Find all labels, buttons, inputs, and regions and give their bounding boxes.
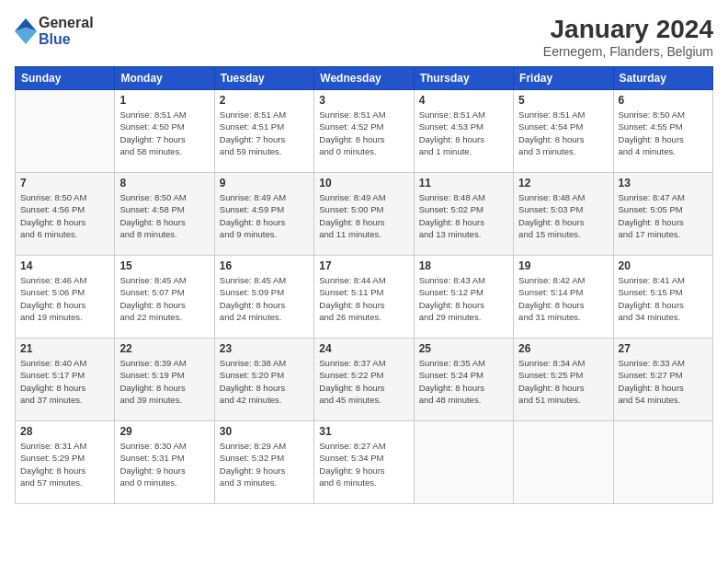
day-number: 18: [419, 259, 508, 272]
day-number: 8: [119, 177, 209, 190]
day-info: Sunrise: 8:51 AM Sunset: 4:53 PM Dayligh…: [419, 109, 508, 157]
calendar-week-row: 7Sunrise: 8:50 AM Sunset: 4:56 PM Daylig…: [16, 173, 713, 256]
table-row: 29Sunrise: 8:30 AM Sunset: 5:31 PM Dayli…: [115, 421, 214, 504]
day-info: Sunrise: 8:44 AM Sunset: 5:11 PM Dayligh…: [319, 274, 408, 323]
day-number: 20: [619, 259, 708, 272]
day-info: Sunrise: 8:29 AM Sunset: 5:32 PM Dayligh…: [220, 440, 309, 488]
table-row: 15Sunrise: 8:45 AM Sunset: 5:07 PM Dayli…: [115, 256, 214, 339]
col-monday: Monday: [115, 67, 214, 90]
table-row: 2Sunrise: 8:51 AM Sunset: 4:51 PM Daylig…: [214, 90, 313, 173]
table-row: 14Sunrise: 8:46 AM Sunset: 5:06 PM Dayli…: [16, 256, 115, 339]
table-row: 23Sunrise: 8:38 AM Sunset: 5:20 PM Dayli…: [214, 339, 313, 421]
day-number: 1: [119, 94, 209, 107]
day-number: 17: [319, 259, 408, 272]
day-info: Sunrise: 8:47 AM Sunset: 5:05 PM Dayligh…: [619, 191, 708, 240]
day-info: Sunrise: 8:42 AM Sunset: 5:14 PM Dayligh…: [518, 274, 608, 323]
title-block: January 2024 Eernegem, Flanders, Belgium: [543, 15, 713, 59]
calendar-week-row: 1Sunrise: 8:51 AM Sunset: 4:50 PM Daylig…: [16, 90, 713, 173]
day-info: Sunrise: 8:50 AM Sunset: 4:56 PM Dayligh…: [20, 191, 109, 240]
day-number: 15: [119, 259, 209, 272]
table-row: 13Sunrise: 8:47 AM Sunset: 5:05 PM Dayli…: [613, 173, 712, 256]
table-row: 9Sunrise: 8:49 AM Sunset: 4:59 PM Daylig…: [214, 173, 313, 256]
day-number: 21: [20, 342, 109, 355]
day-number: 27: [619, 342, 708, 355]
table-row: 10Sunrise: 8:49 AM Sunset: 5:00 PM Dayli…: [314, 173, 414, 256]
table-row: 19Sunrise: 8:42 AM Sunset: 5:14 PM Dayli…: [514, 256, 613, 339]
day-info: Sunrise: 8:27 AM Sunset: 5:34 PM Dayligh…: [319, 440, 408, 488]
day-info: Sunrise: 8:34 AM Sunset: 5:25 PM Dayligh…: [518, 357, 608, 406]
table-row: 20Sunrise: 8:41 AM Sunset: 5:15 PM Dayli…: [613, 256, 712, 339]
table-row: 3Sunrise: 8:51 AM Sunset: 4:52 PM Daylig…: [314, 90, 414, 173]
logo: General Blue: [15, 15, 94, 47]
day-number: 23: [220, 342, 309, 355]
day-info: Sunrise: 8:48 AM Sunset: 5:03 PM Dayligh…: [518, 191, 608, 240]
header: General Blue January 2024 Eernegem, Flan…: [15, 15, 713, 59]
day-info: Sunrise: 8:38 AM Sunset: 5:20 PM Dayligh…: [220, 357, 309, 406]
day-number: 26: [518, 342, 608, 355]
day-number: 3: [319, 94, 408, 107]
table-row: 16Sunrise: 8:45 AM Sunset: 5:09 PM Dayli…: [214, 256, 313, 339]
table-row: [16, 90, 115, 173]
day-info: Sunrise: 8:51 AM Sunset: 4:51 PM Dayligh…: [220, 109, 309, 157]
day-number: 28: [20, 425, 109, 438]
day-number: 4: [419, 94, 508, 107]
day-info: Sunrise: 8:35 AM Sunset: 5:24 PM Dayligh…: [419, 357, 508, 406]
table-row: 24Sunrise: 8:37 AM Sunset: 5:22 PM Dayli…: [314, 339, 414, 421]
day-info: Sunrise: 8:39 AM Sunset: 5:19 PM Dayligh…: [119, 357, 209, 406]
col-wednesday: Wednesday: [314, 67, 414, 90]
day-info: Sunrise: 8:37 AM Sunset: 5:22 PM Dayligh…: [319, 357, 408, 406]
calendar-week-row: 21Sunrise: 8:40 AM Sunset: 5:17 PM Dayli…: [16, 339, 713, 421]
logo-text: General Blue: [39, 15, 94, 47]
table-row: 17Sunrise: 8:44 AM Sunset: 5:11 PM Dayli…: [314, 256, 414, 339]
day-number: 16: [220, 259, 309, 272]
day-number: 30: [220, 425, 309, 438]
table-row: 26Sunrise: 8:34 AM Sunset: 5:25 PM Dayli…: [514, 339, 613, 421]
table-row: [613, 421, 712, 504]
day-info: Sunrise: 8:50 AM Sunset: 4:58 PM Dayligh…: [119, 191, 209, 240]
col-friday: Friday: [514, 67, 613, 90]
table-row: 4Sunrise: 8:51 AM Sunset: 4:53 PM Daylig…: [414, 90, 513, 173]
table-row: 18Sunrise: 8:43 AM Sunset: 5:12 PM Dayli…: [414, 256, 513, 339]
day-number: 7: [20, 177, 109, 190]
table-row: 22Sunrise: 8:39 AM Sunset: 5:19 PM Dayli…: [115, 339, 214, 421]
day-info: Sunrise: 8:51 AM Sunset: 4:52 PM Dayligh…: [319, 109, 408, 157]
day-info: Sunrise: 8:51 AM Sunset: 4:50 PM Dayligh…: [119, 109, 209, 157]
day-number: 9: [220, 177, 309, 190]
col-thursday: Thursday: [414, 67, 513, 90]
day-info: Sunrise: 8:49 AM Sunset: 4:59 PM Dayligh…: [220, 191, 309, 240]
table-row: [414, 421, 513, 504]
table-row: 28Sunrise: 8:31 AM Sunset: 5:29 PM Dayli…: [16, 421, 115, 504]
day-info: Sunrise: 8:40 AM Sunset: 5:17 PM Dayligh…: [20, 357, 109, 406]
day-info: Sunrise: 8:45 AM Sunset: 5:07 PM Dayligh…: [119, 274, 209, 323]
table-row: 5Sunrise: 8:51 AM Sunset: 4:54 PM Daylig…: [514, 90, 613, 173]
calendar-header-row: Sunday Monday Tuesday Wednesday Thursday…: [16, 67, 713, 90]
logo-general: General: [39, 15, 94, 31]
day-info: Sunrise: 8:41 AM Sunset: 5:15 PM Dayligh…: [619, 274, 708, 323]
day-info: Sunrise: 8:46 AM Sunset: 5:06 PM Dayligh…: [20, 274, 109, 323]
table-row: 1Sunrise: 8:51 AM Sunset: 4:50 PM Daylig…: [115, 90, 214, 173]
day-number: 6: [619, 94, 708, 107]
table-row: 7Sunrise: 8:50 AM Sunset: 4:56 PM Daylig…: [16, 173, 115, 256]
day-number: 5: [518, 94, 608, 107]
table-row: 21Sunrise: 8:40 AM Sunset: 5:17 PM Dayli…: [16, 339, 115, 421]
day-info: Sunrise: 8:43 AM Sunset: 5:12 PM Dayligh…: [419, 274, 508, 323]
day-number: 31: [319, 425, 408, 438]
logo-icon: [15, 18, 37, 44]
table-row: 25Sunrise: 8:35 AM Sunset: 5:24 PM Dayli…: [414, 339, 513, 421]
day-info: Sunrise: 8:51 AM Sunset: 4:54 PM Dayligh…: [518, 109, 608, 157]
day-number: 24: [319, 342, 408, 355]
calendar: Sunday Monday Tuesday Wednesday Thursday…: [15, 66, 713, 504]
day-info: Sunrise: 8:48 AM Sunset: 5:02 PM Dayligh…: [419, 191, 508, 240]
calendar-week-row: 28Sunrise: 8:31 AM Sunset: 5:29 PM Dayli…: [16, 421, 713, 504]
day-number: 22: [119, 342, 209, 355]
day-number: 10: [319, 177, 408, 190]
day-number: 11: [419, 177, 508, 190]
day-info: Sunrise: 8:45 AM Sunset: 5:09 PM Dayligh…: [220, 274, 309, 323]
day-number: 29: [119, 425, 209, 438]
subtitle: Eernegem, Flanders, Belgium: [543, 44, 713, 59]
main-title: January 2024: [543, 15, 713, 44]
logo-blue: Blue: [39, 31, 94, 48]
day-info: Sunrise: 8:30 AM Sunset: 5:31 PM Dayligh…: [119, 440, 209, 488]
col-saturday: Saturday: [613, 67, 712, 90]
day-number: 13: [619, 177, 708, 190]
